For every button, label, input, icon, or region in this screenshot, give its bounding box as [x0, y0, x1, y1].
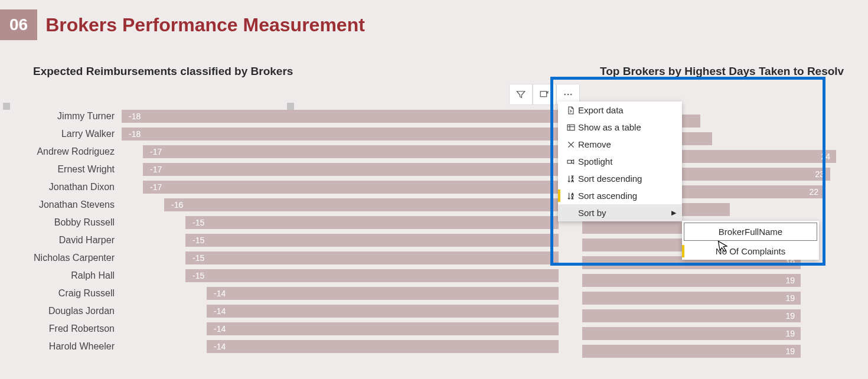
bar-track: -18 — [122, 110, 576, 123]
bar-track: -15 — [122, 251, 576, 264]
chevron-right-icon: ▶ — [671, 209, 676, 217]
export-icon — [564, 106, 578, 115]
bar-row[interactable]: 19 — [582, 345, 801, 358]
bar-row[interactable]: David Harper-15 — [33, 233, 576, 248]
menu-item-label: Sort descending — [578, 174, 642, 184]
bar-category-label: Douglas Jordan — [33, 306, 122, 316]
ellipsis-icon — [563, 89, 573, 100]
svg-rect-5 — [567, 160, 572, 163]
sort-by-submenu: BrokerFullName No Of Complaints — [682, 221, 819, 260]
bar-row[interactable]: Harold Wheeler-14 — [33, 339, 576, 354]
bar-fill: -15 — [185, 251, 559, 264]
bar-track: -14 — [122, 340, 576, 353]
table-icon — [564, 123, 578, 132]
bar-row[interactable]: Jonathan Stevens-16 — [33, 197, 576, 213]
context-menu: Export data Show as a table Remove Spotl… — [558, 102, 682, 221]
svg-text:A: A — [572, 179, 574, 182]
bar-track: -15 — [122, 216, 576, 229]
menu-item-label: Remove — [578, 139, 611, 149]
page-title: Brokers Performance Measurement — [45, 14, 365, 36]
bar-fill: -16 — [164, 198, 559, 211]
bar-fill: -14 — [207, 287, 559, 300]
bar-fill: -17 — [143, 163, 559, 176]
right-chart-title: Top Brokers by Highest Days Taken to Res… — [600, 65, 844, 78]
filter-button[interactable] — [509, 84, 533, 105]
menu-item-show-as-table[interactable]: Show as a table — [558, 119, 682, 136]
bar-fill: -15 — [185, 234, 559, 247]
bar-row[interactable]: Fred Robertson-14 — [33, 321, 576, 336]
left-chart-panel[interactable]: Expected Reimbursements classified by Br… — [33, 65, 576, 357]
bar-category-label: Bobby Russell — [33, 217, 122, 228]
bar-category-label: Jonathan Stevens — [33, 200, 122, 210]
bar-fill: -15 — [185, 269, 559, 282]
bar-row[interactable]: Andrew Rodriguez-17 — [33, 144, 576, 159]
menu-item-sort-by[interactable]: Sort by ▶ — [558, 204, 682, 221]
bar-row[interactable]: Bobby Russell-15 — [33, 215, 576, 230]
focus-mode-button[interactable] — [533, 84, 556, 105]
svg-point-1 — [564, 94, 566, 95]
bar-row[interactable]: Douglas Jordan-14 — [33, 303, 576, 319]
bar-fill: -18 — [122, 128, 559, 141]
focus-icon — [539, 89, 550, 100]
bar-row[interactable]: 19 — [582, 327, 801, 340]
left-chart-title: Expected Reimbursements classified by Br… — [33, 65, 576, 78]
bar-category-label: Harold Wheeler — [33, 341, 122, 352]
bar-category-label: Craig Russell — [33, 288, 122, 299]
submenu-item-no-of-complaints[interactable]: No Of Complaints — [682, 243, 819, 260]
page-number-badge: 06 — [0, 9, 37, 40]
bar-track: -14 — [122, 305, 576, 318]
selection-handle[interactable] — [287, 103, 294, 110]
bar-row[interactable]: Nicholas Carpenter-15 — [33, 250, 576, 266]
menu-item-sort-descending[interactable]: ZA Sort descending — [558, 170, 682, 187]
bar-track: -17 — [122, 163, 576, 176]
bar-track: -17 — [122, 181, 576, 194]
svg-text:Z: Z — [572, 175, 574, 178]
menu-item-label: Sort by — [578, 208, 606, 218]
bar-row[interactable]: 19 — [582, 292, 801, 305]
bar-row[interactable]: Jimmy Turner-18 — [33, 109, 576, 124]
spotlight-icon — [564, 157, 578, 166]
bar-track: -18 — [122, 128, 576, 141]
svg-text:Z: Z — [572, 196, 574, 200]
bar-row[interactable]: Larry Walker-18 — [33, 126, 576, 142]
bar-row[interactable]: Ernest Wright-17 — [33, 162, 576, 177]
menu-item-spotlight[interactable]: Spotlight — [558, 153, 682, 170]
bar-category-label: Larry Walker — [33, 129, 122, 139]
bar-track: -17 — [122, 145, 576, 158]
svg-point-3 — [570, 94, 572, 95]
menu-item-export-data[interactable]: Export data — [558, 102, 682, 119]
svg-point-2 — [567, 94, 569, 95]
menu-item-label: Export data — [578, 105, 624, 115]
selection-handle[interactable] — [3, 103, 10, 110]
bar-track: -14 — [122, 322, 576, 335]
bar-fill: -18 — [122, 110, 559, 123]
submenu-item-brokerfullname[interactable]: BrokerFullName — [684, 223, 817, 241]
svg-rect-0 — [540, 92, 547, 97]
svg-text:A: A — [572, 192, 574, 195]
bar-fill: -14 — [207, 340, 559, 353]
bar-track: -15 — [122, 269, 576, 282]
bar-category-label: Fred Robertson — [33, 324, 122, 334]
menu-item-label: Sort ascending — [578, 191, 637, 201]
menu-item-label: Show as a table — [578, 122, 641, 132]
bar-row[interactable]: 19 — [582, 309, 801, 322]
bar-category-label: Jonathan Dixon — [33, 182, 122, 192]
left-bars-container: Jimmy Turner-18Larry Walker-18Andrew Rod… — [33, 109, 576, 354]
bar-category-label: Ernest Wright — [33, 164, 122, 175]
filter-icon — [515, 89, 526, 100]
bar-row[interactable]: Craig Russell-14 — [33, 286, 576, 301]
bar-fill: -17 — [143, 145, 559, 158]
bar-track: -14 — [122, 287, 576, 300]
sort-desc-icon: ZA — [564, 174, 578, 184]
bar-category-label: David Harper — [33, 235, 122, 246]
bar-row[interactable]: 19 — [582, 274, 801, 287]
bar-fill: -14 — [207, 322, 559, 335]
bar-row[interactable]: Ralph Hall-15 — [33, 268, 576, 283]
bar-category-label: Ralph Hall — [33, 270, 122, 281]
remove-icon — [564, 140, 578, 149]
bar-row[interactable]: Jonathan Dixon-17 — [33, 179, 576, 195]
bar-track: -15 — [122, 234, 576, 247]
sort-asc-icon: AZ — [564, 191, 578, 201]
menu-item-sort-ascending[interactable]: AZ Sort ascending — [558, 187, 682, 204]
menu-item-remove[interactable]: Remove — [558, 136, 682, 153]
